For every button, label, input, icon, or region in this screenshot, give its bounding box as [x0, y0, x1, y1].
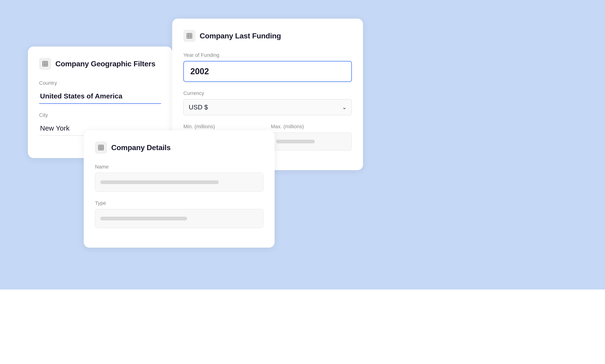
funding-card-header: Company Last Funding — [183, 30, 352, 42]
year-field-group: Year of Funding — [183, 52, 352, 82]
max-placeholder-bar — [276, 140, 315, 143]
year-label: Year of Funding — [183, 52, 352, 58]
white-bottom-panel — [0, 289, 605, 364]
currency-select-wrapper: USD $ EUR € GBP £ ⌄ — [183, 99, 352, 115]
max-input-box[interactable] — [271, 132, 352, 151]
type-label: Type — [95, 200, 263, 206]
funding-building-icon — [183, 30, 195, 42]
name-input-box[interactable] — [95, 173, 263, 192]
geo-card-title: Company Geographic Filters — [55, 60, 155, 68]
svg-rect-10 — [99, 145, 103, 150]
max-label: Max. (millions) — [271, 124, 352, 130]
name-placeholder-bar — [100, 180, 219, 184]
currency-field-group: Currency USD $ EUR € GBP £ ⌄ — [183, 90, 352, 115]
geo-building-icon — [39, 58, 51, 70]
year-input[interactable] — [183, 61, 352, 82]
currency-label: Currency — [183, 90, 352, 96]
type-field-group: Type — [95, 200, 263, 228]
name-field-group: Name — [95, 164, 263, 192]
country-label: Country — [39, 80, 161, 86]
type-placeholder-bar — [100, 217, 187, 221]
svg-rect-5 — [187, 34, 192, 39]
geo-card-header: Company Geographic Filters — [39, 58, 161, 70]
city-label: City — [39, 112, 161, 118]
name-label: Name — [95, 164, 263, 170]
country-input[interactable] — [39, 89, 161, 104]
details-card-title: Company Details — [111, 143, 171, 152]
type-input-box[interactable] — [95, 209, 263, 228]
min-label: Min. (millions) — [183, 124, 264, 130]
details-building-icon — [95, 142, 107, 154]
svg-rect-0 — [43, 61, 48, 66]
details-card: Company Details Name Type — [84, 130, 275, 248]
funding-card-title: Company Last Funding — [200, 32, 281, 40]
country-field-group: Country — [39, 80, 161, 104]
details-card-header: Company Details — [95, 142, 263, 154]
currency-select[interactable]: USD $ EUR € GBP £ — [183, 99, 352, 115]
max-field-group: Max. (millions) — [271, 124, 352, 151]
